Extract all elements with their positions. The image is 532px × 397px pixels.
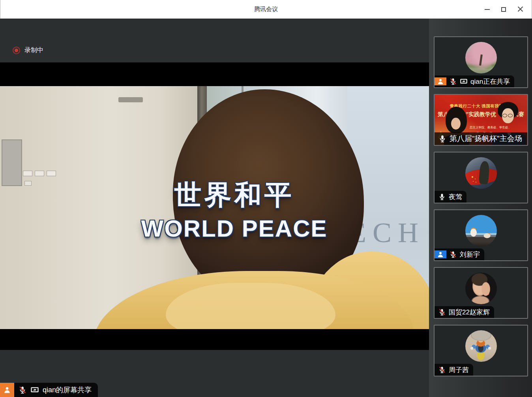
participant-name: 国贸22赵家辉: [449, 308, 490, 317]
meeting-content: 录制中 ECH: [0, 19, 532, 397]
participant-label: 周子茜: [435, 364, 473, 376]
mic-on-icon: [438, 193, 446, 201]
participant-tile-main-venue[interactable]: 青春践行二十大 强国有我新征程 第八 ”实践教学优 大赛 思主义学院、教务处、学…: [434, 94, 528, 146]
participant-tile-zhouziqian[interactable]: 周子茜: [434, 325, 528, 376]
avatar-crochet-doll: [465, 330, 497, 362]
video-caption: 世界和平 WORLD PEACE: [20, 177, 429, 242]
window-controls: [479, 0, 528, 19]
caption-chinese: 世界和平: [20, 177, 429, 213]
participant-name: 周子茜: [449, 365, 469, 374]
sharer-badge-icon: [0, 383, 14, 397]
participant-tile-qian[interactable]: qian正在共享: [434, 36, 528, 88]
participant-label: qian正在共享: [435, 75, 514, 87]
presenter-share-label: qian的屏幕共享: [0, 383, 98, 397]
shared-video-frame: ECH 世界和平 WORLD PEACE: [0, 86, 429, 329]
record-icon: [13, 47, 20, 54]
recording-label: 录制中: [24, 46, 43, 55]
presenter-name: qian的屏幕共享: [43, 385, 92, 395]
avatar-portrait-man: [465, 273, 497, 304]
mic-muted-icon: [438, 308, 446, 316]
maximize-icon: [501, 7, 506, 12]
participant-name: qian正在共享: [470, 77, 510, 86]
participant-label: 国贸22赵家辉: [435, 306, 494, 318]
participant-name: 第八届“扬帆杯”主会场: [450, 134, 522, 144]
screen-share-icon: [30, 386, 39, 394]
mic-muted-icon: [18, 386, 27, 394]
mic-on-icon: [438, 134, 447, 143]
participant-tile-yeying[interactable]: 夜莺: [434, 152, 528, 203]
participant-name: 夜莺: [449, 192, 462, 201]
close-button[interactable]: [512, 3, 528, 16]
participant-label: 刘新宇: [435, 248, 484, 260]
screen-share-stage: ECH 世界和平 WORLD PEACE: [0, 62, 429, 350]
host-badge-icon: [435, 250, 446, 258]
minimize-icon: [485, 9, 490, 10]
participant-name: 刘新宇: [460, 250, 480, 259]
title-bar: 腾讯会议: [0, 0, 532, 19]
avatar-cats-sky: [465, 215, 497, 246]
participant-label: 夜莺: [435, 191, 466, 203]
minimize-button[interactable]: [479, 3, 495, 16]
video-door-closer: [118, 97, 143, 102]
participant-tile-liuxinyu[interactable]: 刘新宇: [434, 209, 528, 261]
maximize-button[interactable]: [495, 3, 512, 16]
avatar-cherry-blossom: [465, 42, 497, 73]
caption-english: WORLD PEACE: [20, 215, 429, 242]
close-icon: [517, 6, 523, 12]
sharer-badge-icon: [435, 77, 446, 85]
window-title: 腾讯会议: [254, 6, 278, 13]
glasses-icon: [502, 114, 513, 117]
mic-muted-icon: [449, 77, 457, 85]
mic-muted-icon: [449, 250, 457, 258]
participant-tile-zhaojiahui[interactable]: 国贸22赵家辉: [434, 267, 528, 319]
tencent-meeting-window: { "window": { "title": "腾讯会议" }, "record…: [0, 0, 532, 397]
avatar-red-flag: [465, 157, 497, 189]
shared-screen-area: 录制中 ECH: [0, 19, 429, 397]
participant-label: 第八届“扬帆杯”主会场: [435, 132, 527, 145]
recording-indicator: 录制中: [13, 46, 43, 55]
video-wall-panel: [2, 139, 22, 186]
mic-muted-icon: [438, 366, 446, 374]
screen-share-icon: [460, 77, 468, 85]
participants-sidebar: qian正在共享 青春践行二十大 强国有我新征程 第八 ”实践教学优 大赛 思主…: [429, 19, 532, 397]
video-wall-boxes: [23, 171, 56, 176]
